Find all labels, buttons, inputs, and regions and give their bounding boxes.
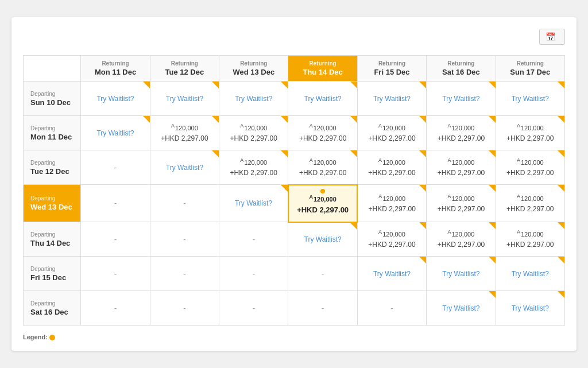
cell-r1-c1[interactable]: 120,000+HKD 2,297.00 [150, 116, 219, 150]
corner-flag-icon [281, 150, 288, 157]
dash-indicator: - [252, 269, 255, 278]
selected-price-cell: 120,000+HKD 2,297.00 [293, 193, 352, 216]
cell-r2-c1[interactable]: Try Waitlist? [150, 150, 219, 185]
waitlist-link[interactable]: Try Waitlist? [373, 270, 411, 278]
price-cell: 120,000+HKD 2,297.00 [155, 122, 214, 144]
cell-r1-c6[interactable]: 120,000+HKD 2,297.00 [496, 116, 564, 150]
corner-flag-icon [419, 185, 426, 192]
price-cell: 120,000+HKD 2,297.00 [293, 157, 352, 178]
legend-label: Legend: [23, 334, 48, 340]
row-header-fri-15-dec: DepartingFri 15 Dec [24, 257, 81, 291]
col-header-mon-11-dec: ReturningMon 11 Dec [81, 56, 150, 82]
waitlist-link[interactable]: Try Waitlist? [304, 235, 342, 243]
cell-r2-c4[interactable]: 120,000+HKD 2,297.00 [357, 150, 426, 185]
price-cell: 120,000+HKD 2,297.00 [362, 193, 421, 214]
cell-r1-c3[interactable]: 120,000+HKD 2,297.00 [288, 116, 357, 150]
cell-r0-c5[interactable]: Try Waitlist? [427, 82, 496, 116]
cell-r4-c4[interactable]: 120,000+HKD 2,297.00 [357, 222, 426, 257]
waitlist-link[interactable]: Try Waitlist? [512, 95, 549, 103]
cell-r0-c0[interactable]: Try Waitlist? [81, 82, 150, 116]
cell-r4-c0: - [81, 222, 150, 257]
cell-r4-c6[interactable]: 120,000+HKD 2,297.00 [496, 222, 564, 257]
cell-r3-c3[interactable]: 120,000+HKD 2,297.00 [288, 185, 357, 222]
cell-r3-c4[interactable]: 120,000+HKD 2,297.00 [357, 185, 426, 222]
dash-indicator: - [183, 269, 186, 278]
cell-r4-c5[interactable]: 120,000+HKD 2,297.00 [427, 222, 496, 257]
cell-r3-c6[interactable]: 120,000+HKD 2,297.00 [496, 185, 564, 222]
dash-indicator: - [322, 269, 324, 278]
waitlist-link[interactable]: Try Waitlist? [512, 304, 549, 312]
price-cell: 120,000+HKD 2,297.00 [501, 228, 560, 250]
dash-indicator: - [114, 269, 117, 278]
corner-flag-icon [489, 116, 496, 123]
corner-flag-icon [558, 291, 564, 298]
price-cell: 120,000+HKD 2,297.00 [501, 122, 560, 144]
waitlist-link[interactable]: Try Waitlist? [235, 199, 272, 207]
row-header-thu-14-dec: DepartingThu 14 Dec [24, 222, 81, 257]
cell-r2-c2[interactable]: 120,000+HKD 2,297.00 [219, 150, 288, 185]
calendar-icon: 📅 [546, 32, 555, 41]
corner-flag-icon [143, 116, 150, 123]
price-cell: 120,000+HKD 2,297.00 [501, 193, 560, 214]
corner-flag-icon [281, 185, 288, 192]
corner-flag-icon [489, 291, 496, 298]
cell-r4-c3[interactable]: Try Waitlist? [288, 222, 357, 257]
waitlist-link[interactable]: Try Waitlist? [304, 95, 342, 103]
cell-r2-c6[interactable]: 120,000+HKD 2,297.00 [496, 150, 564, 185]
corner-flag-icon [419, 116, 426, 123]
change-dates-button[interactable]: 📅 [539, 29, 565, 45]
cell-r1-c0[interactable]: Try Waitlist? [81, 116, 150, 150]
waitlist-link[interactable]: Try Waitlist? [96, 95, 134, 103]
cell-r5-c2: - [219, 257, 288, 291]
price-cell: 120,000+HKD 2,297.00 [431, 193, 490, 214]
waitlist-link[interactable]: Try Waitlist? [235, 95, 272, 103]
dash-indicator: - [114, 199, 117, 208]
waitlist-link[interactable]: Try Waitlist? [96, 129, 134, 137]
cell-r5-c3: - [288, 257, 357, 291]
corner-flag-icon [350, 150, 357, 157]
cell-r6-c2: - [219, 291, 288, 326]
cell-r0-c3[interactable]: Try Waitlist? [288, 82, 357, 116]
price-cell: 120,000+HKD 2,297.00 [362, 157, 421, 178]
waitlist-link[interactable]: Try Waitlist? [442, 95, 479, 103]
waitlist-link[interactable]: Try Waitlist? [512, 270, 549, 278]
cell-r1-c4[interactable]: 120,000+HKD 2,297.00 [357, 116, 426, 150]
corner-flag-icon [419, 257, 426, 264]
price-cell: 120,000+HKD 2,297.00 [431, 122, 490, 144]
cell-r5-c6[interactable]: Try Waitlist? [496, 257, 564, 291]
cell-r6-c5[interactable]: Try Waitlist? [427, 291, 496, 326]
cell-r5-c5[interactable]: Try Waitlist? [427, 257, 496, 291]
cell-r5-c1: - [150, 257, 219, 291]
waitlist-link[interactable]: Try Waitlist? [442, 304, 479, 312]
cell-r3-c5[interactable]: 120,000+HKD 2,297.00 [427, 185, 496, 222]
cell-r3-c2[interactable]: Try Waitlist? [219, 185, 288, 222]
dash-indicator: - [114, 304, 117, 313]
col-header-fri-15-dec: ReturningFri 15 Dec [357, 56, 426, 82]
cell-r6-c1: - [150, 291, 219, 326]
corner-flag-icon [212, 116, 219, 123]
corner-flag-icon [419, 82, 426, 88]
price-cell: 120,000+HKD 2,297.00 [362, 122, 421, 144]
cell-r5-c4[interactable]: Try Waitlist? [357, 257, 426, 291]
row-header-tue-12-dec: DepartingTue 12 Dec [24, 150, 81, 185]
cell-r1-c2[interactable]: 120,000+HKD 2,297.00 [219, 116, 288, 150]
waitlist-link[interactable]: Try Waitlist? [373, 95, 411, 103]
cell-r0-c2[interactable]: Try Waitlist? [219, 82, 288, 116]
waitlist-link[interactable]: Try Waitlist? [166, 164, 203, 172]
cell-r4-c1: - [150, 222, 219, 257]
waitlist-link[interactable]: Try Waitlist? [166, 95, 203, 103]
cell-r0-c1[interactable]: Try Waitlist? [150, 82, 219, 116]
cell-r2-c3[interactable]: 120,000+HKD 2,297.00 [288, 150, 357, 185]
waitlist-link[interactable]: Try Waitlist? [442, 270, 479, 278]
cell-r0-c6[interactable]: Try Waitlist? [496, 82, 564, 116]
dash-indicator: - [114, 235, 117, 244]
cell-r0-c4[interactable]: Try Waitlist? [357, 82, 426, 116]
col-header-thu-14-dec: ReturningThu 14 Dec [288, 56, 357, 82]
cell-r6-c6[interactable]: Try Waitlist? [496, 291, 564, 326]
cell-r2-c5[interactable]: 120,000+HKD 2,297.00 [427, 150, 496, 185]
corner-flag-icon [489, 257, 496, 264]
cell-r1-c5[interactable]: 120,000+HKD 2,297.00 [427, 116, 496, 150]
corner-flag-icon [558, 116, 564, 123]
price-cell: 120,000+HKD 2,297.00 [224, 122, 283, 144]
price-cell: 120,000+HKD 2,297.00 [362, 228, 421, 250]
